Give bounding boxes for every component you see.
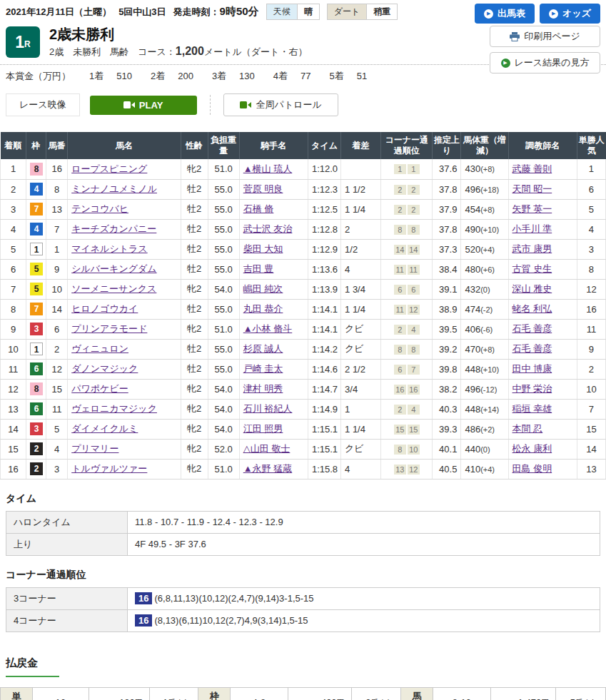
results-col-header: タイム (308, 132, 340, 159)
horse-number: 8 (46, 179, 68, 199)
result-row: 1816ロープスピニング牝251.0▲横山 琉人1:12.01137.6430(… (1, 159, 606, 179)
corner-order-cell: 67 (381, 359, 433, 379)
last-3f-time: 37.8 (433, 219, 461, 239)
jockey-link[interactable]: 津村 明秀 (243, 383, 283, 394)
horse-name-link[interactable]: ダイメイクルミ (71, 423, 138, 434)
play-button[interactable]: PLAY (90, 96, 197, 115)
last-3f-time: 40.3 (433, 399, 461, 419)
jockey-link[interactable]: ▲永野 猛蔵 (243, 463, 292, 474)
corner-order-badge: 10 (408, 445, 420, 455)
win-popularity: 4 (577, 219, 605, 239)
finish-position: 15 (1, 439, 26, 459)
finish-position: 4 (1, 219, 26, 239)
jockey-link[interactable]: 嶋田 純次 (243, 283, 283, 294)
horse-name-link[interactable]: ヴェロニカマジック (71, 403, 157, 414)
jockey-link[interactable]: 柴田 大知 (243, 243, 283, 254)
sex-age: 牡2 (181, 259, 208, 279)
horse-name-link[interactable]: プリンアラモード (71, 323, 147, 334)
result-guide-button[interactable]: ▶ レース結果の見方 (490, 52, 600, 73)
trainer-link[interactable]: 中野 栄治 (512, 383, 552, 394)
sex-age: 牡2 (181, 219, 208, 239)
jockey-link[interactable]: 石橋 脩 (243, 203, 274, 214)
jockey-link[interactable]: 石川 裕紀人 (243, 403, 293, 414)
horse-name-link[interactable]: テンコウバヒ (71, 203, 128, 214)
jockey-link[interactable]: 菅原 明良 (243, 183, 283, 194)
trainer-link[interactable]: 深山 雅史 (512, 283, 552, 294)
horse-name-link[interactable]: シルバーキングダム (71, 263, 156, 274)
patrol-video-button[interactable]: 全周パトロール (223, 93, 338, 116)
corner-order-cell: 24 (381, 399, 433, 419)
horse-name-cell: ヴィニュロン (68, 339, 181, 359)
body-weight: 490(+10) (461, 219, 508, 239)
jockey-link[interactable]: ▲小林 脩斗 (243, 323, 292, 334)
trainer-link[interactable]: 矢野 英一 (512, 203, 552, 214)
race-time: 1:12.9 (308, 239, 340, 259)
time-section: ハロンタイム 11.8 - 10.7 - 11.9 - 12.4 - 12.3 … (0, 511, 606, 556)
horse-name-link[interactable]: ダノンマジック (71, 363, 138, 374)
horse-name-link[interactable]: ロープスピニング (71, 163, 147, 174)
jockey-link[interactable]: 杉原 誠人 (243, 343, 283, 354)
trainer-link[interactable]: 松永 康利 (512, 443, 552, 454)
horse-name-link[interactable]: パワポケビー (71, 383, 128, 394)
trainer-link[interactable]: 古賀 史生 (512, 263, 552, 274)
finish-margin: 1 1/2 (341, 179, 381, 199)
track-condition-value: 稍重 (366, 4, 397, 19)
carried-weight: 55.0 (208, 299, 239, 319)
printer-icon (510, 32, 520, 41)
horse-name-link[interactable]: トルヴァルツァー (71, 463, 147, 474)
last-3f-time: 40.1 (433, 439, 461, 459)
jockey-link[interactable]: 吉田 豊 (243, 263, 274, 274)
horse-name-link[interactable]: ヴィニュロン (71, 343, 128, 354)
win-popularity: 16 (577, 299, 605, 319)
jockey-link[interactable]: 丸田 恭介 (243, 303, 283, 314)
trainer-link[interactable]: 武市 康男 (512, 243, 552, 254)
frame-cell: 6 (26, 399, 46, 419)
race-conditions: 2歳 未勝利 馬齢 コース：1,200メートル（ダート・右） (49, 45, 307, 59)
trainer-link[interactable]: 武藤 善則 (512, 163, 552, 174)
table-row: 4コーナー 16(8,13)(6,11)10,12(2,7)4,9(3,14)1… (6, 609, 600, 631)
horse-name-link[interactable]: ミンナノユメミノル (71, 183, 157, 194)
body-weight-diff: (+2) (480, 425, 495, 434)
jockey-link[interactable]: 江田 照男 (243, 423, 283, 434)
win-popularity: 14 (577, 439, 605, 459)
trainer-cell: 武市 康男 (508, 239, 577, 259)
finish-position: 2 (1, 179, 26, 199)
trainer-link[interactable]: 小手川 準 (512, 223, 552, 234)
frame-badge: 8 (30, 163, 43, 176)
jockey-cell: ▲小林 脩斗 (239, 319, 308, 339)
odds-button[interactable]: ▶オッズ (540, 4, 600, 24)
horse-name-link[interactable]: プリマリー (71, 443, 118, 454)
horse-name-cell: ロープスピニング (68, 159, 181, 179)
finish-margin: 1 1/4 (341, 419, 381, 439)
start-time-value: 9時50分 (220, 5, 259, 17)
payout-row: 単勝 16 180円 1番人気 枠連 4-8 490円 3番人気 馬連 8-16… (1, 687, 606, 700)
frame-badge: 4 (30, 183, 43, 196)
horse-name-link[interactable]: ヒロノゴウカイ (71, 303, 138, 314)
trainer-link[interactable]: 田島 俊明 (512, 463, 552, 474)
trainer-link[interactable]: 稲垣 幸雄 (512, 403, 552, 414)
jockey-link[interactable]: 戸崎 圭太 (243, 363, 283, 374)
trainer-link[interactable]: 本間 忍 (512, 423, 543, 434)
bracket-quinella-combination: 4-8 (231, 687, 288, 700)
jockey-link[interactable]: ▲横山 琉人 (243, 163, 292, 174)
trainer-link[interactable]: 田中 博康 (512, 363, 552, 374)
frame-cell: 7 (26, 199, 46, 219)
trainer-link[interactable]: 石毛 善彦 (512, 323, 552, 334)
race-date: 2021年12月11日（土曜） (6, 6, 111, 19)
sex-age: 牝2 (181, 399, 208, 419)
trainer-link[interactable]: 蛯名 利弘 (512, 303, 552, 314)
carried-weight: 55.0 (208, 259, 239, 279)
trainer-link[interactable]: 石毛 善彦 (512, 343, 552, 354)
jockey-link[interactable]: 武士沢 友治 (243, 223, 293, 234)
trainer-link[interactable]: 天間 昭一 (512, 183, 552, 194)
horse-name-link[interactable]: キーチズカンパニー (71, 223, 156, 234)
horse-name-link[interactable]: マイネルシトラス (71, 243, 147, 254)
carried-weight: 54.0 (208, 419, 239, 439)
side-actions: 印刷用ページ ▶ レース結果の見方 (490, 26, 600, 73)
entries-button[interactable]: ▶出馬表 (475, 4, 535, 24)
horse-name-link[interactable]: ソーメニーサンクス (71, 283, 156, 294)
result-row: 3713テンコウバヒ牡255.0石橋 脩1:12.51 1/42237.9454… (1, 199, 606, 219)
result-row: 659シルバーキングダム牡255.0吉田 豊1:13.64111138.4480… (1, 259, 606, 279)
jockey-link[interactable]: △山田 敬士 (243, 443, 291, 454)
print-page-button[interactable]: 印刷用ページ (490, 26, 600, 47)
